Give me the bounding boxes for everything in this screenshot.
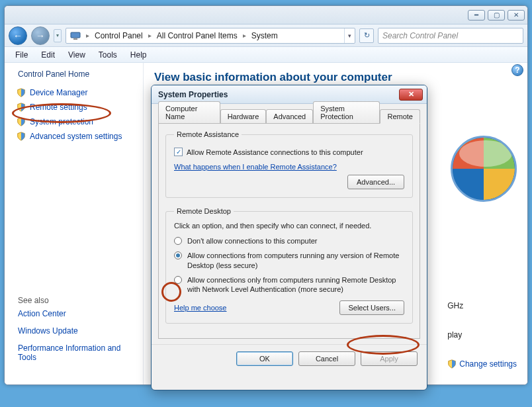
advanced-button[interactable]: Advanced... [347,175,404,189]
sidebar-item-label: Device Manager [30,88,87,97]
radio-dont-allow[interactable] [174,237,182,245]
see-also-header: See also [11,296,136,305]
sidebar-link-remote-settings[interactable]: Remote settings [11,100,136,114]
sidebar-link-device-manager[interactable]: Device Manager [11,85,136,100]
sidebar-item-label: Advanced system settings [30,132,122,141]
see-also-action-center[interactable]: Action Center [11,305,136,322]
refresh-button[interactable]: ↻ [359,28,374,43]
tab-advanced[interactable]: Advanced [266,109,313,123]
dialog-close-button[interactable]: ✕ [399,89,423,101]
windows-logo-icon [451,136,517,202]
cancel-button[interactable]: Cancel [298,351,355,366]
sidebar-link-system-protection[interactable]: System protection [11,114,136,129]
radio-allow-nla-label: Allow connections only from computers ru… [187,275,404,294]
change-settings-label: Change settings [459,359,517,369]
menu-bar: File Edit View Tools Help [5,47,527,63]
checkbox-allow-remote-assistance[interactable]: ✓ [174,148,183,156]
help-icon[interactable]: ? [511,64,523,76]
dialog-title-text: System Properties [158,90,228,99]
search-input[interactable]: Search Control Panel [378,28,523,44]
breadcrumb-segment[interactable]: All Control Panel Items [153,28,242,43]
tab-panel-remote: Remote Assistance ✓ Allow Remote Assista… [158,124,420,339]
shield-icon [17,88,26,97]
link-what-happens-remote-assistance[interactable]: What happens when I enable Remote Assist… [174,163,337,171]
minimize-button[interactable]: ━ [468,10,485,21]
address-dropdown[interactable]: ▾ [344,28,355,43]
menu-view[interactable]: View [63,49,91,61]
menu-edit[interactable]: Edit [36,49,60,61]
nav-toolbar: ← → ▾ ▸ Control Panel ▸ All Control Pane… [5,24,527,47]
sidebar-title[interactable]: Control Panel Home [11,69,136,79]
svg-rect-1 [73,38,77,40]
maximize-button[interactable]: ▢ [488,10,505,21]
window-titlebar: ━ ▢ ✕ [5,6,527,24]
select-users-button[interactable]: Select Users... [339,300,404,315]
sidebar-item-label: Remote settings [30,103,87,112]
menu-file[interactable]: File [10,49,33,61]
menu-tools[interactable]: Tools [93,49,122,61]
radio-allow-any-label: Allow connections from computers running… [187,251,404,270]
info-play: play [447,330,517,339]
sidebar: Control Panel Home Device Manager Remote… [5,63,144,384]
remote-desktop-description: Click an option, and then specify who ca… [174,222,404,230]
close-button[interactable]: ✕ [508,10,525,21]
tab-system-protection[interactable]: System Protection [313,101,380,123]
system-info-fragment: GHz play Change settings [447,281,517,385]
page-title: View basic information about your comput… [154,71,517,84]
sidebar-link-advanced-system-settings[interactable]: Advanced system settings [11,129,136,144]
breadcrumb-sep: ▸ [147,32,153,39]
forward-button[interactable]: → [31,26,50,45]
tab-hardware[interactable]: Hardware [220,109,267,123]
shield-icon [447,359,457,369]
radio-dont-allow-label: Don't allow connections to this computer [187,236,318,246]
computer-icon [69,29,82,42]
breadcrumb-sep: ▸ [242,32,247,39]
menu-help[interactable]: Help [125,49,152,61]
change-settings-link[interactable]: Change settings [447,359,517,369]
dialog-button-row: OK Cancel Apply [152,344,427,373]
shield-icon [17,117,26,126]
group-remote-assistance: Remote Assistance ✓ Allow Remote Assista… [165,130,413,198]
breadcrumb-segment[interactable]: System [247,28,282,43]
svg-rect-0 [71,32,80,38]
breadcrumb-segment[interactable]: Control Panel [91,28,147,43]
radio-allow-any[interactable] [174,251,182,259]
see-also-windows-update[interactable]: Windows Update [11,322,136,339]
back-button[interactable]: ← [9,26,27,45]
ok-button[interactable]: OK [236,351,293,366]
breadcrumb-sep: ▸ [85,32,91,39]
legend-remote-assistance: Remote Assistance [174,130,242,138]
info-ghz: GHz [447,301,517,310]
apply-button[interactable]: Apply [361,351,418,366]
shield-icon [17,132,26,141]
legend-remote-desktop: Remote Desktop [174,207,234,215]
shield-icon [17,103,26,112]
checkbox-allow-remote-assistance-label: Allow Remote Assistance connections to t… [187,148,363,156]
tab-computer-name[interactable]: Computer Name [158,101,220,123]
tab-remote[interactable]: Remote [380,109,420,124]
see-also-perf-info-tools[interactable]: Performance Information and Tools [11,339,136,366]
group-remote-desktop: Remote Desktop Click an option, and then… [165,207,413,324]
sidebar-item-label: System protection [30,117,93,126]
nav-history-dropdown[interactable]: ▾ [54,29,62,42]
system-properties-dialog: System Properties ✕ Computer Name Hardwa… [151,85,427,390]
dialog-tabs: Computer Name Hardware Advanced System P… [158,108,420,124]
link-help-me-choose[interactable]: Help me choose [174,304,227,312]
address-bar[interactable]: ▸ Control Panel ▸ All Control Panel Item… [66,28,355,44]
search-placeholder: Search Control Panel [382,31,458,40]
radio-allow-nla[interactable] [174,276,182,284]
